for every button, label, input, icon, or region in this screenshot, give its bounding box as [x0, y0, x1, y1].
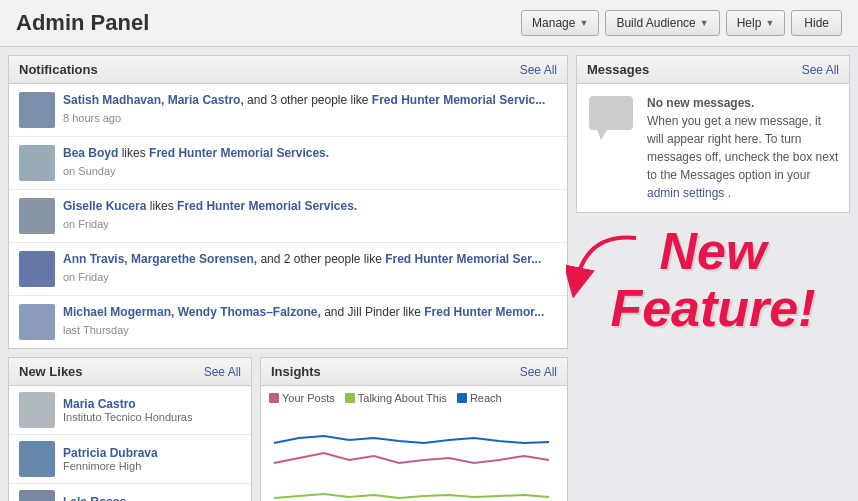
- like-name[interactable]: Lala Rosas: [63, 495, 208, 501]
- messages-detail: When you get a new message, it will appe…: [647, 114, 838, 182]
- legend-talking: Talking About This: [345, 392, 447, 404]
- notif-names: Ann Travis, Margarethe Sorensen,: [63, 252, 257, 266]
- legend-reach: Reach: [457, 392, 502, 404]
- manage-arrow-icon: ▼: [579, 18, 588, 28]
- notification-item: Giselle Kucera likes Fred Hunter Memoria…: [9, 190, 567, 243]
- like-name[interactable]: Maria Castro: [63, 397, 192, 411]
- header-buttons: Manage ▼ Build Audience ▼ Help ▼ Hide: [521, 10, 842, 36]
- list-item: Maria Castro Instituto Tecnico Honduras: [9, 386, 251, 435]
- insights-title: Insights: [271, 364, 321, 379]
- notif-time: last Thursday: [63, 323, 557, 338]
- notif-page[interactable]: Fred Hunter Memorial Servic...: [372, 93, 545, 107]
- notification-item: Michael Mogerman, Wendy Thomas–Falzone, …: [9, 296, 567, 348]
- build-audience-button[interactable]: Build Audience ▼: [605, 10, 719, 36]
- avatar: [19, 392, 55, 428]
- avatar: [19, 251, 55, 287]
- list-item: Lala Rosas IMMOKALEE HIGH SCHOOL: [9, 484, 251, 501]
- your-posts-dot: [269, 393, 279, 403]
- reach-label: Reach: [470, 392, 502, 404]
- right-column: Messages See All No new messages. When y…: [576, 47, 858, 501]
- insights-legend: Your Posts Talking About This Reach: [269, 392, 559, 404]
- insights-body: Your Posts Talking About This Reach: [261, 386, 567, 501]
- avatar: [19, 198, 55, 234]
- notif-time: on Friday: [63, 217, 557, 232]
- notif-time: 8 hours ago: [63, 111, 557, 126]
- notifications-header: Notifications See All: [9, 56, 567, 84]
- messages-panel: Messages See All No new messages. When y…: [576, 55, 850, 213]
- reach-dot: [457, 393, 467, 403]
- notif-suffix: likes: [122, 146, 149, 160]
- page-title: Admin Panel: [16, 10, 149, 36]
- avatar: [19, 92, 55, 128]
- avatar: [19, 304, 55, 340]
- messages-text: No new messages. When you get a new mess…: [647, 94, 839, 202]
- avatar: [19, 490, 55, 501]
- left-column: Notifications See All Satish Madhavan, M…: [0, 47, 576, 501]
- notif-suffix: and 3 other people like: [247, 93, 372, 107]
- main-content: Notifications See All Satish Madhavan, M…: [0, 47, 858, 501]
- notif-names: Michael Mogerman, Wendy Thomas–Falzone,: [63, 305, 321, 319]
- insights-panel: Insights See All Your Posts Talking Abou…: [260, 357, 568, 501]
- legend-your-posts: Your Posts: [269, 392, 335, 404]
- new-likes-header: New Likes See All: [9, 358, 251, 386]
- new-likes-see-all[interactable]: See All: [204, 365, 241, 379]
- notif-suffix: and 2 other people like: [260, 252, 385, 266]
- notif-page[interactable]: Fred Hunter Memorial Services.: [149, 146, 329, 160]
- insights-header: Insights See All: [261, 358, 567, 386]
- insights-see-all[interactable]: See All: [520, 365, 557, 379]
- bottom-row: New Likes See All Maria Castro Instituto…: [8, 357, 568, 501]
- list-item: Patricia Dubrava Fennimore High: [9, 435, 251, 484]
- svg-marker-16: [597, 130, 607, 140]
- message-bubble-icon: [587, 94, 637, 144]
- talking-dot: [345, 393, 355, 403]
- notif-page[interactable]: Fred Hunter Memor...: [424, 305, 544, 319]
- messages-link-suffix: .: [728, 186, 731, 200]
- talking-label: Talking About This: [358, 392, 447, 404]
- notif-time: on Friday: [63, 270, 557, 285]
- new-likes-panel: New Likes See All Maria Castro Instituto…: [8, 357, 252, 501]
- avatar: [19, 441, 55, 477]
- notif-names: Satish Madhavan, Maria Castro,: [63, 93, 244, 107]
- notifications-see-all[interactable]: See All: [520, 63, 557, 77]
- like-name[interactable]: Patricia Dubrava: [63, 446, 158, 460]
- svg-rect-15: [589, 96, 633, 130]
- notification-item: Bea Boyd likes Fred Hunter Memorial Serv…: [9, 137, 567, 190]
- notification-item: Satish Madhavan, Maria Castro, and 3 oth…: [9, 84, 567, 137]
- manage-button[interactable]: Manage ▼: [521, 10, 599, 36]
- admin-settings-link[interactable]: admin settings: [647, 186, 724, 200]
- like-school: Fennimore High: [63, 460, 158, 472]
- help-button[interactable]: Help ▼: [726, 10, 786, 36]
- notif-suffix: and Jill Pinder like: [324, 305, 424, 319]
- no-new-messages: No new messages.: [647, 96, 754, 110]
- notif-names: Giselle Kucera: [63, 199, 146, 213]
- build-audience-arrow-icon: ▼: [700, 18, 709, 28]
- new-likes-title: New Likes: [19, 364, 83, 379]
- notif-time: on Sunday: [63, 164, 557, 179]
- avatar: [19, 145, 55, 181]
- notification-item: Ann Travis, Margarethe Sorensen, and 2 o…: [9, 243, 567, 296]
- like-school: Instituto Tecnico Honduras: [63, 411, 192, 423]
- messages-see-all[interactable]: See All: [802, 63, 839, 77]
- messages-title: Messages: [587, 62, 649, 77]
- notif-page[interactable]: Fred Hunter Memorial Ser...: [385, 252, 541, 266]
- notif-suffix: likes: [150, 199, 177, 213]
- insights-chart: [269, 408, 559, 501]
- arrow-icon: [566, 228, 646, 298]
- hide-button[interactable]: Hide: [791, 10, 842, 36]
- notif-page[interactable]: Fred Hunter Memorial Services.: [177, 199, 357, 213]
- notifications-title: Notifications: [19, 62, 98, 77]
- messages-body: No new messages. When you get a new mess…: [577, 84, 849, 212]
- help-arrow-icon: ▼: [765, 18, 774, 28]
- admin-header: Admin Panel Manage ▼ Build Audience ▼ He…: [0, 0, 858, 47]
- notifications-panel: Notifications See All Satish Madhavan, M…: [8, 55, 568, 349]
- new-feature-callout: New Feature!: [576, 223, 850, 337]
- your-posts-label: Your Posts: [282, 392, 335, 404]
- notif-names: Bea Boyd: [63, 146, 118, 160]
- messages-header: Messages See All: [577, 56, 849, 84]
